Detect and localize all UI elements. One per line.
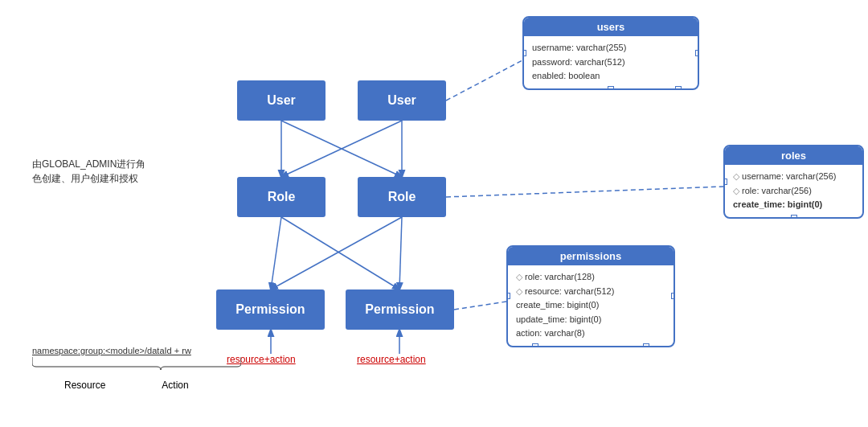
diagram: User User Role Role Permission Permissio… — [0, 0, 868, 427]
roles-row-3: create_time: bigint(0) — [733, 198, 854, 212]
perm1-label: Permission — [235, 302, 305, 317]
perm-bottom-right-connector — [643, 343, 649, 347]
permissions-table-header: permissions — [508, 247, 674, 265]
roles-table: roles username: varchar(256) role: varch… — [723, 145, 864, 219]
role1-label: Role — [268, 190, 296, 204]
users-table-body: username: varchar(255) password: varchar… — [524, 36, 698, 88]
perm2-label: Permission — [365, 302, 434, 317]
resource-brace-label: Resource — [64, 380, 105, 391]
namespace-label-container: namespace:group:<module>/dataId + rw Res… — [32, 346, 241, 391]
perm-right-connector — [671, 293, 675, 299]
users-table-header: users — [524, 18, 698, 36]
perm-row-3: create_time: bigint(0) — [516, 298, 665, 313]
permissions-table: permissions role: varchar(128) resource:… — [506, 245, 675, 347]
users-right-connector — [695, 50, 699, 56]
users-row-3: enabled: boolean — [532, 69, 690, 84]
brace-svg — [32, 355, 241, 380]
perm-bottom-left-connector — [532, 343, 538, 347]
svg-line-1 — [281, 121, 402, 177]
role1-node: Role — [237, 177, 326, 217]
namespace-label: namespace:group:<module>/dataId + rw — [32, 346, 241, 355]
svg-line-9 — [446, 187, 723, 197]
svg-line-3 — [281, 121, 402, 177]
perm-left-connector — [506, 293, 510, 299]
resource-action2: resource+action — [357, 354, 426, 365]
roles-left-connector — [723, 179, 727, 185]
svg-line-4 — [271, 217, 281, 289]
users-left-connector — [522, 50, 526, 56]
svg-line-6 — [399, 217, 402, 289]
users-row-1: username: varchar(255) — [532, 41, 690, 55]
action-brace-label: Action — [162, 380, 188, 391]
roles-table-header: roles — [725, 146, 862, 165]
svg-line-7 — [271, 217, 402, 289]
user1-node: User — [237, 80, 326, 121]
svg-line-8 — [446, 60, 522, 101]
perm-row-2: resource: varchar(512) — [516, 285, 665, 299]
perm-row-5: action: varchar(8) — [516, 326, 665, 341]
perm-row-1: role: varchar(128) — [516, 270, 665, 285]
roles-table-body: username: varchar(256) role: varchar(256… — [725, 165, 862, 217]
perm-row-4: update_time: bigint(0) — [516, 313, 665, 327]
admin-note: 由GLOBAL_ADMIN进行角色创建、用户创建和授权 — [32, 157, 193, 186]
user2-label: User — [387, 93, 416, 108]
user2-node: User — [358, 80, 446, 121]
brace-labels: Resource Action — [32, 380, 241, 391]
role2-node: Role — [358, 177, 446, 217]
perm2-node: Permission — [346, 289, 454, 330]
user1-label: User — [267, 93, 296, 108]
users-bottom-right-connector — [675, 86, 682, 90]
roles-bottom-connector — [791, 215, 797, 219]
role2-label: Role — [388, 190, 416, 204]
svg-line-5 — [281, 217, 399, 289]
roles-row-1: username: varchar(256) — [733, 170, 854, 184]
perm1-node: Permission — [216, 289, 325, 330]
svg-line-10 — [454, 302, 506, 310]
users-table: users username: varchar(255) password: v… — [522, 16, 699, 90]
users-row-2: password: varchar(512) — [532, 55, 690, 70]
roles-row-2: role: varchar(256) — [733, 184, 854, 199]
users-bottom-connector — [608, 86, 614, 90]
permissions-table-body: role: varchar(128) resource: varchar(512… — [508, 265, 674, 346]
